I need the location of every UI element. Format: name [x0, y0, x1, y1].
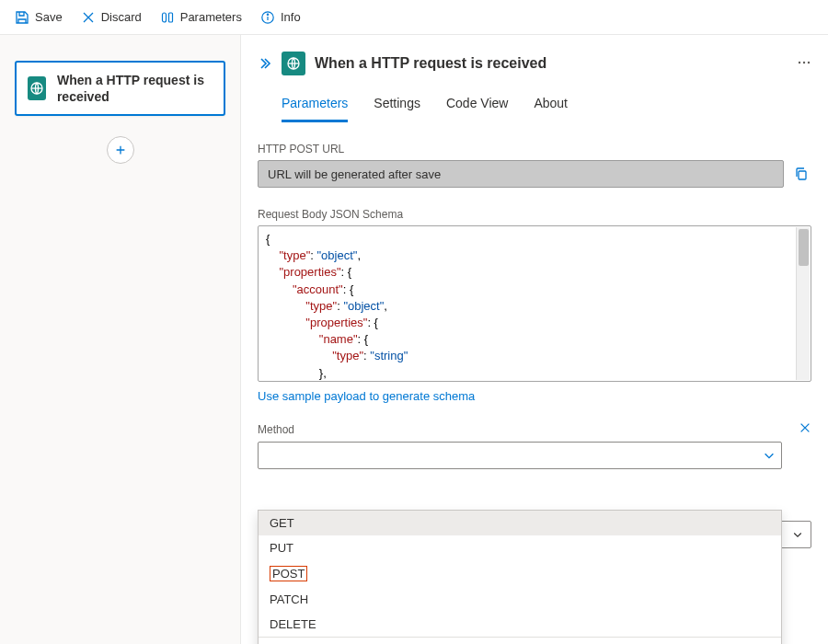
- svg-point-9: [808, 61, 810, 63]
- tab-parameters[interactable]: Parameters: [282, 90, 348, 122]
- svg-rect-10: [799, 171, 806, 179]
- method-option-custom[interactable]: Enter custom value: [259, 637, 781, 644]
- schema-editor[interactable]: { "type": "object", "properties": { "acc…: [258, 225, 811, 382]
- use-sample-payload-link[interactable]: Use sample payload to generate schema: [258, 389, 475, 403]
- svg-point-7: [799, 61, 800, 63]
- parameters-icon: [160, 10, 175, 25]
- editor-scrollbar-thumb[interactable]: [799, 229, 809, 266]
- url-label: HTTP POST URL: [258, 143, 811, 155]
- method-option-post[interactable]: POST: [259, 560, 781, 587]
- parameters-button[interactable]: Parameters: [153, 4, 249, 31]
- svg-point-8: [803, 61, 805, 63]
- section-request-body-schema: Request Body JSON Schema { "type": "obje…: [258, 208, 811, 403]
- method-option-put[interactable]: PUT: [259, 535, 781, 560]
- copy-url-button[interactable]: [791, 160, 811, 188]
- svg-rect-1: [168, 13, 172, 22]
- method-combobox[interactable]: [258, 442, 782, 469]
- trigger-card[interactable]: When a HTTP request is received: [15, 61, 225, 116]
- method-option-patch[interactable]: PATCH: [259, 587, 781, 612]
- method-option-get[interactable]: GET: [259, 511, 781, 535]
- parameters-label: Parameters: [180, 10, 242, 24]
- add-step-button[interactable]: [107, 136, 134, 164]
- discard-button[interactable]: Discard: [74, 4, 149, 31]
- info-button[interactable]: Info: [253, 4, 308, 31]
- tab-settings[interactable]: Settings: [374, 90, 420, 122]
- details-panel: When a HTTP request is received Paramete…: [241, 35, 828, 644]
- section-method: Method: [258, 421, 811, 469]
- toolbar: Save Discard Parameters Info: [0, 0, 828, 35]
- save-label: Save: [35, 10, 63, 24]
- panel-tabs: Parameters Settings Code View About: [258, 85, 811, 122]
- more-menu-button[interactable]: [797, 55, 811, 73]
- method-option-delete[interactable]: DELETE: [259, 612, 781, 637]
- method-label: Method: [258, 423, 294, 436]
- save-icon: [15, 10, 29, 25]
- url-field: URL will be generated after save: [258, 160, 784, 188]
- designer-canvas: When a HTTP request is received: [0, 35, 241, 644]
- collapse-panel-button[interactable]: [258, 56, 272, 71]
- panel-title: When a HTTP request is received: [315, 55, 788, 72]
- http-trigger-icon: [282, 52, 305, 75]
- save-button[interactable]: Save: [7, 4, 70, 31]
- discard-label: Discard: [101, 10, 142, 24]
- svg-point-4: [267, 14, 268, 15]
- http-trigger-icon: [28, 76, 46, 100]
- schema-label: Request Body JSON Schema: [258, 208, 811, 221]
- tab-code-view[interactable]: Code View: [446, 90, 508, 122]
- info-icon: [260, 10, 275, 25]
- tab-about[interactable]: About: [534, 90, 568, 122]
- remove-method-button[interactable]: [799, 421, 811, 437]
- section-http-post-url: HTTP POST URL URL will be generated afte…: [258, 143, 811, 188]
- svg-rect-0: [162, 13, 166, 22]
- method-dropdown: GET PUT POST PATCH DELETE Enter custom v…: [258, 510, 782, 644]
- close-icon: [81, 10, 96, 25]
- editor-scrollbar[interactable]: [796, 227, 810, 380]
- info-label: Info: [281, 10, 301, 24]
- trigger-card-title: When a HTTP request is received: [57, 72, 213, 105]
